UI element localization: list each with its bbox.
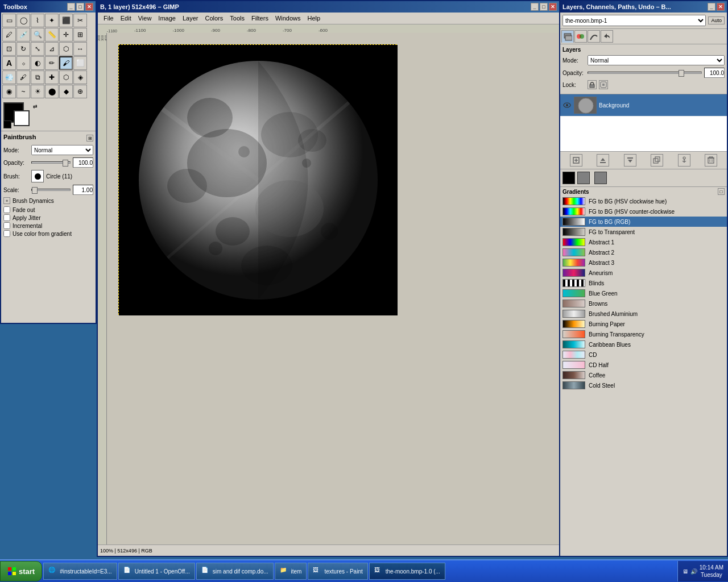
use-color-gradient-check[interactable] [3, 230, 10, 237]
gradient-item[interactable]: Coffee [560, 370, 727, 380]
menu-windows[interactable]: Windows [272, 14, 304, 23]
taskbar-item-moon[interactable]: 🖼 the-moon.bmp-1.0 (... [369, 563, 445, 580]
tool-color-select[interactable]: ⬛ [59, 14, 73, 27]
gradients-expand-btn[interactable]: □ [718, 188, 725, 195]
menu-tools[interactable]: Tools [226, 14, 248, 23]
tool-blur[interactable]: ◉ [2, 85, 16, 98]
start-button[interactable]: start [0, 561, 42, 581]
gradient-item[interactable]: Abstract 3 [560, 257, 727, 268]
tool-perspective-clone[interactable]: ⬡ [59, 70, 73, 84]
layer-opacity-slider[interactable] [588, 72, 702, 74]
gradient-item[interactable]: Caribbean Blues [560, 339, 727, 350]
gradient-item[interactable]: FG to BG (RGB) [560, 217, 727, 227]
lock-position-btn[interactable] [599, 80, 608, 89]
menu-image[interactable]: Image [155, 14, 179, 23]
bg-swatch[interactable] [577, 172, 590, 184]
gradient-item[interactable]: Brushed Aluminium [560, 309, 727, 319]
menu-help[interactable]: Help [304, 14, 324, 23]
tool-text[interactable]: A [2, 56, 16, 70]
layers-close-btn[interactable]: ✕ [717, 3, 725, 11]
taskbar-item-item[interactable]: 📁 item [275, 563, 307, 580]
scale-input[interactable] [73, 185, 93, 195]
taskbar-item-sim[interactable]: 📄 sim and dif comp.do... [196, 563, 274, 580]
canvas-area[interactable] [107, 33, 559, 544]
gimp-maximize-btn[interactable]: □ [540, 3, 548, 11]
toolbox-minimize-btn[interactable]: _ [67, 3, 75, 11]
gradient-item[interactable]: Blue Green [560, 288, 727, 298]
taskbar-item-textures[interactable]: 🖼 textures - Paint [308, 563, 367, 580]
gradient-item[interactable]: Burning Paper [560, 319, 727, 329]
tool-clone[interactable]: ⧉ [31, 70, 44, 84]
apply-jitter-check[interactable] [3, 214, 10, 221]
delete-layer-btn[interactable] [705, 154, 717, 167]
gradient-item[interactable]: Browns [560, 298, 727, 309]
tool-zoom[interactable]: 🔍 [31, 28, 44, 41]
brush-preview[interactable] [31, 170, 44, 182]
toolbox-maximize-btn[interactable]: □ [76, 3, 84, 11]
duplicate-layer-btn[interactable] [651, 154, 663, 167]
brush-dynamics-row[interactable]: + Brush Dynamics [3, 197, 93, 204]
swap-colors-icon[interactable]: ⇄ [33, 103, 38, 109]
tool-ink[interactable]: 🖋 [16, 70, 30, 84]
tool-eraser[interactable]: ⬜ [73, 56, 87, 70]
auto-button[interactable]: Auto [708, 16, 725, 24]
tool-healing[interactable]: ✚ [45, 70, 59, 84]
tool-ellipse-select[interactable]: ◯ [16, 14, 30, 27]
tool-pencil[interactable]: ✏ [45, 56, 59, 70]
gradient-item[interactable]: FG to BG (HSV counter-clockwise [560, 206, 727, 217]
gradient-item[interactable]: FG to Transparent [560, 227, 727, 237]
tool-flip[interactable]: ↔ [73, 42, 87, 56]
tool-options-expand[interactable]: ⊞ [86, 135, 93, 142]
lock-alpha-btn[interactable] [588, 80, 597, 89]
mode-select[interactable]: Normal [31, 145, 93, 155]
tab-paths[interactable] [588, 30, 600, 43]
new-layer-btn[interactable] [570, 154, 582, 167]
gradient-item[interactable]: Aneurism [560, 268, 727, 278]
scale-slider[interactable] [31, 189, 71, 191]
tool-scissors[interactable]: ✂ [73, 14, 87, 27]
gradient-item[interactable]: CD [560, 350, 727, 360]
tool-align[interactable]: ⊞ [73, 28, 87, 41]
tool-dodge[interactable]: ☀ [31, 85, 44, 98]
tool-airbrush[interactable]: 💨 [2, 70, 16, 84]
tool-bucket[interactable]: ⬦ [16, 56, 30, 70]
gimp-close-btn[interactable]: ✕ [549, 3, 557, 11]
layer-mode-select[interactable]: Normal [588, 55, 725, 65]
image-dropdown[interactable]: the-moon.bmp-1 [562, 15, 706, 26]
tool-extra3[interactable]: ⊕ [73, 85, 87, 98]
tool-rotate[interactable]: ↻ [16, 42, 30, 56]
layer-item-background[interactable]: Background [560, 94, 727, 117]
tool-extra1[interactable]: ⬤ [45, 85, 59, 98]
menu-edit[interactable]: Edit [117, 14, 135, 23]
tool-color-picker[interactable]: 💉 [16, 28, 30, 41]
tool-crop[interactable]: ⊡ [2, 42, 16, 56]
gradient-item[interactable]: FG to BG (HSV clockwise hue) [560, 196, 727, 206]
menu-filters[interactable]: Filters [248, 14, 272, 23]
taskbar-item-openoffice[interactable]: 📄 Untitled 1 - OpenOff... [118, 563, 195, 580]
tool-move[interactable]: ✛ [59, 28, 73, 41]
tab-undo[interactable] [601, 30, 613, 43]
taskbar-item-instructable[interactable]: 🌐 #instructableId=E3... [43, 563, 117, 580]
incremental-check[interactable] [3, 222, 10, 229]
background-color[interactable] [14, 110, 30, 126]
opacity-slider[interactable] [31, 161, 71, 164]
layer-visibility-icon[interactable] [562, 101, 572, 110]
layer-opacity-input[interactable] [704, 68, 725, 78]
active-gradient-swatch[interactable] [594, 172, 607, 184]
fg-swatch[interactable] [562, 172, 575, 184]
tab-channels[interactable] [574, 30, 587, 43]
gradient-item[interactable]: Cold Steel [560, 380, 727, 390]
tool-scale[interactable]: ⤡ [31, 42, 44, 56]
reset-colors-icon[interactable] [3, 120, 11, 128]
brush-dynamics-expand[interactable]: + [3, 197, 10, 204]
menu-view[interactable]: View [135, 14, 155, 23]
tool-extra2[interactable]: ◆ [59, 85, 73, 98]
gimp-minimize-btn[interactable]: _ [531, 3, 539, 11]
tool-perspective[interactable]: ⬡ [59, 42, 73, 56]
toolbox-close-btn[interactable]: ✕ [85, 3, 93, 11]
tool-blend[interactable]: ◐ [31, 56, 44, 70]
tool-script[interactable]: ◈ [73, 70, 87, 84]
menu-layer[interactable]: Layer [179, 14, 202, 23]
gradient-item[interactable]: Blinds [560, 278, 727, 288]
tab-layers[interactable] [561, 30, 574, 43]
